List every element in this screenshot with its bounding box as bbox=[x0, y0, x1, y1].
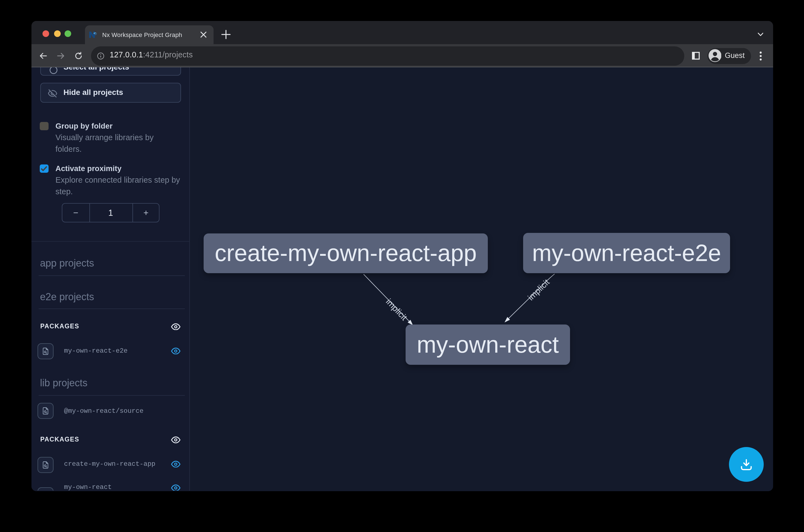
svg-text:implicit: implicit bbox=[525, 277, 551, 302]
svg-text:implicit: implicit bbox=[384, 297, 409, 323]
